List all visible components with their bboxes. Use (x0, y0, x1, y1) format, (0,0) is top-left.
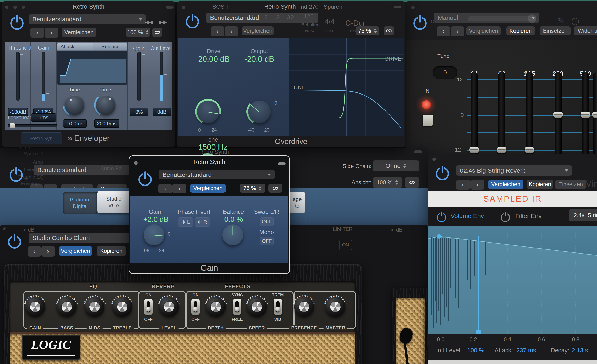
eq-slider-handle-250[interactable] (553, 111, 563, 118)
copy-button[interactable]: Kopieren (506, 26, 535, 35)
compare-button[interactable]: Vergleichen (242, 26, 274, 35)
prev-preset-button[interactable]: ‹ (456, 180, 470, 190)
drive-knob[interactable] (197, 101, 219, 123)
trem-vib-toggle[interactable] (274, 299, 282, 315)
minimize-icon[interactable] (278, 162, 286, 165)
mono-button[interactable]: OFF (260, 237, 274, 245)
output-value[interactable]: -20.0 dB (242, 55, 277, 64)
zoom-stepper[interactable]: 75 % (356, 26, 379, 35)
preset-dropdown[interactable]: Studio Combo Clean (29, 233, 138, 243)
close-icon[interactable] (5, 6, 8, 9)
next-preset-button[interactable]: › (451, 26, 464, 36)
amp-knob-speed[interactable] (247, 297, 267, 317)
side-chain-select[interactable]: Ohne (373, 160, 419, 171)
circuit-type-vca-button[interactable]: Studio VCA (97, 191, 130, 213)
lookahead-slider[interactable] (8, 124, 57, 127)
preset-dropdown[interactable]: Benutzerstandard (159, 170, 275, 179)
gain-knob[interactable] (144, 224, 164, 245)
gain2-slider[interactable] (137, 52, 141, 101)
compare-button[interactable]: Vergleichen (62, 28, 96, 37)
prev-preset-button[interactable]: ‹ (158, 184, 172, 193)
link-icon[interactable] (405, 177, 419, 188)
drive-value[interactable]: 20.00 dB (195, 55, 233, 64)
release-time-knob[interactable] (96, 95, 116, 115)
ir-sample-button[interactable]: 2.4s_Strin (569, 209, 597, 221)
amp-knob-bass[interactable] (57, 297, 77, 317)
out-level-value[interactable]: 0dB (153, 108, 171, 116)
reverb-toggle[interactable] (144, 299, 153, 315)
eq-slider-track-63[interactable] (498, 72, 505, 159)
plugin-power-button[interactable] (10, 16, 24, 30)
eq-slider-handle-63[interactable] (497, 147, 506, 153)
volume-env-power-icon[interactable] (437, 213, 446, 222)
release-time-value[interactable]: 200.0ms (94, 119, 119, 128)
tab-volume-env[interactable]: Volume Env (451, 213, 484, 220)
paste-button[interactable]: Einsetzen (540, 26, 571, 35)
zoom-stepper[interactable]: 100 % (126, 28, 150, 37)
compare-button[interactable]: Vergleichen (59, 246, 92, 256)
copy-button[interactable]: Kopieren (97, 246, 126, 256)
amp-knob-depth[interactable] (206, 297, 226, 317)
eq-slider-handle-6[interactable] (592, 111, 597, 118)
eq-slider-handle-31[interactable] (469, 147, 479, 153)
close-icon[interactable] (432, 158, 436, 161)
link-icon[interactable] (152, 28, 162, 37)
amp-knob-treble[interactable] (112, 297, 132, 317)
gain-value[interactable]: +2.0 dB (140, 215, 172, 223)
attack-time-value[interactable]: 10.0ms (63, 119, 87, 128)
eq-slider-handle-125[interactable] (525, 147, 534, 153)
attack-value[interactable]: 237 ms (516, 347, 536, 354)
compare-button[interactable]: Vergleichen (190, 184, 226, 193)
next-preset-button[interactable]: › (470, 180, 484, 190)
view-zoom-stepper[interactable]: 100 % (373, 177, 402, 188)
threshold-slider[interactable] (16, 52, 20, 101)
prev-preset-button[interactable]: ‹ (437, 26, 450, 36)
plugin-power-button[interactable] (436, 167, 449, 180)
decay-value[interactable]: 2.13 s (572, 347, 588, 354)
next-preset-button[interactable]: › (45, 28, 58, 38)
eq-slider-track-31[interactable] (471, 72, 478, 159)
init-level-value[interactable]: 100 % (467, 347, 484, 354)
copy-button[interactable]: Kopieren (527, 180, 553, 189)
paste-button[interactable]: Einsetzen (555, 180, 586, 189)
envelope-graph[interactable] (57, 51, 127, 85)
preset-dropdown[interactable]: Benutzerstandard (29, 14, 146, 24)
minimize-icon[interactable] (394, 6, 401, 8)
sync-free-toggle[interactable] (233, 299, 241, 315)
amp-knob-presence[interactable] (294, 297, 314, 317)
prev-preset-button[interactable]: ‹ (28, 246, 41, 257)
compare-button[interactable]: Vergleichen (466, 26, 501, 35)
plugin-power-button[interactable] (8, 235, 21, 249)
ir-waveform-display[interactable] (428, 226, 597, 334)
close-icon[interactable] (3, 227, 6, 230)
next-preset-button[interactable]: › (225, 26, 238, 36)
zoom-stepper[interactable]: 75 % (240, 184, 265, 193)
gain2-value[interactable]: 0% (130, 108, 149, 116)
release-tab[interactable]: Release (93, 43, 127, 50)
attack-time-knob[interactable] (64, 95, 84, 115)
circuit-type-platinum-button[interactable]: Platinum Digital (63, 192, 97, 214)
amp-knob-gain[interactable] (25, 297, 45, 317)
plugin-power-button[interactable] (413, 16, 427, 30)
in-led[interactable] (422, 100, 431, 109)
swap-lr-button[interactable]: OFF (260, 217, 274, 226)
next-preset-button[interactable]: › (41, 246, 55, 257)
prev-preset-button[interactable]: ‹ (211, 26, 224, 36)
eq-bypass-button[interactable] (423, 115, 433, 126)
phase-invert-r-button[interactable]: ΦR (195, 217, 210, 227)
attack-tab[interactable]: Attack (57, 43, 93, 50)
close-icon[interactable] (411, 6, 415, 9)
undo-button[interactable]: Widerrufen (574, 26, 597, 35)
plugin-power-button[interactable] (186, 15, 199, 28)
amp-knob-master[interactable] (325, 297, 345, 317)
link-icon[interactable] (268, 184, 282, 193)
amp-knob-mids[interactable] (85, 297, 104, 317)
eq-slider-track-125[interactable] (526, 72, 533, 159)
effects-toggle[interactable] (191, 299, 200, 315)
phase-invert-l-button[interactable]: ΦL (178, 217, 193, 227)
filter-env-power-icon[interactable] (501, 213, 510, 222)
amp-knob-level[interactable] (159, 297, 179, 317)
preset-dropdown[interactable]: 02.4s Big String Reverb (456, 166, 572, 175)
plugin-power-button[interactable] (139, 173, 152, 186)
compare-button[interactable]: Vergleichen (488, 180, 523, 189)
